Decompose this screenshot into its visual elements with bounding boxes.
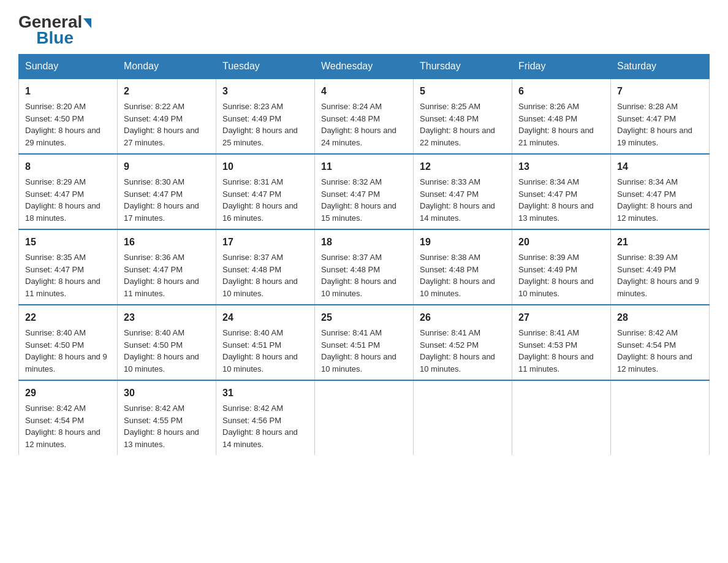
daylight-label: Daylight: 8 hours and 14 minutes. [420,201,495,223]
day-number: 27 [518,310,604,325]
day-number: 16 [124,235,210,250]
daylight-label: Daylight: 8 hours and 11 minutes. [25,277,100,298]
daylight-label: Daylight: 8 hours and 18 minutes. [25,201,100,223]
calendar-cell: 17Sunrise: 8:37 AMSunset: 4:48 PMDayligh… [216,229,315,305]
sunrise-label: Sunrise: 8:39 AM [518,253,579,262]
sunrise-label: Sunrise: 8:28 AM [617,102,678,111]
sunrise-label: Sunrise: 8:42 AM [25,404,86,413]
day-number: 24 [222,310,308,325]
calendar-cell: 20Sunrise: 8:39 AMSunset: 4:49 PMDayligh… [512,229,611,305]
sunset-label: Sunset: 4:54 PM [25,416,84,425]
calendar-cell: 28Sunrise: 8:42 AMSunset: 4:54 PMDayligh… [611,305,710,380]
daylight-label: Daylight: 8 hours and 10 minutes. [420,352,495,373]
sunset-label: Sunset: 4:48 PM [420,265,479,274]
sunrise-label: Sunrise: 8:41 AM [321,328,382,337]
daylight-label: Daylight: 8 hours and 29 minutes. [25,126,100,147]
daylight-label: Daylight: 8 hours and 12 minutes. [25,427,100,449]
calendar-cell: 23Sunrise: 8:40 AMSunset: 4:50 PMDayligh… [118,305,216,380]
day-number: 7 [617,84,703,99]
daylight-label: Daylight: 8 hours and 10 minutes. [222,352,298,373]
calendar-cell: 18Sunrise: 8:37 AMSunset: 4:48 PMDayligh… [315,229,414,305]
daylight-label: Daylight: 8 hours and 10 minutes. [420,277,495,298]
sunrise-label: Sunrise: 8:20 AM [25,102,86,111]
sunset-label: Sunset: 4:48 PM [222,265,281,274]
daylight-label: Daylight: 8 hours and 17 minutes. [124,201,199,223]
sunrise-label: Sunrise: 8:34 AM [617,177,678,186]
day-number: 5 [420,84,506,99]
daylight-label: Daylight: 8 hours and 25 minutes. [222,126,298,147]
sunrise-label: Sunrise: 8:40 AM [124,328,184,337]
sunrise-label: Sunrise: 8:37 AM [321,253,382,262]
calendar-cell [315,380,414,455]
header-sunday: Sunday [19,55,118,79]
header-monday: Monday [118,55,216,79]
daylight-label: Daylight: 8 hours and 12 minutes. [617,201,692,223]
calendar-cell: 10Sunrise: 8:31 AMSunset: 4:47 PMDayligh… [216,154,315,229]
daylight-label: Daylight: 8 hours and 10 minutes. [222,277,298,298]
sunset-label: Sunset: 4:47 PM [420,190,479,199]
daylight-label: Daylight: 8 hours and 12 minutes. [617,352,692,373]
daylight-label: Daylight: 8 hours and 11 minutes. [124,277,199,298]
calendar-cell: 22Sunrise: 8:40 AMSunset: 4:50 PMDayligh… [19,305,118,380]
sunset-label: Sunset: 4:51 PM [321,340,380,350]
sunset-label: Sunset: 4:51 PM [222,340,281,350]
day-number: 14 [617,159,703,174]
day-number: 12 [420,159,506,174]
calendar-cell: 14Sunrise: 8:34 AMSunset: 4:47 PMDayligh… [611,154,710,229]
day-number: 22 [25,310,111,325]
daylight-label: Daylight: 8 hours and 16 minutes. [222,201,298,223]
sunrise-label: Sunrise: 8:42 AM [617,328,678,337]
sunset-label: Sunset: 4:48 PM [420,114,479,123]
header-wednesday: Wednesday [315,55,414,79]
calendar-cell: 2Sunrise: 8:22 AMSunset: 4:49 PMDaylight… [118,79,216,154]
sunrise-label: Sunrise: 8:41 AM [518,328,579,337]
calendar-table: SundayMondayTuesdayWednesdayThursdayFrid… [18,54,710,455]
week-row-1: 1Sunrise: 8:20 AMSunset: 4:50 PMDaylight… [19,79,710,154]
daylight-label: Daylight: 8 hours and 9 minutes. [617,277,699,298]
day-number: 8 [25,159,111,174]
calendar-cell: 24Sunrise: 8:40 AMSunset: 4:51 PMDayligh… [216,305,315,380]
header-tuesday: Tuesday [216,55,315,79]
sunset-label: Sunset: 4:48 PM [321,114,380,123]
day-number: 28 [617,310,703,325]
sunrise-label: Sunrise: 8:37 AM [222,253,283,262]
daylight-label: Daylight: 8 hours and 15 minutes. [321,201,396,223]
daylight-label: Daylight: 8 hours and 24 minutes. [321,126,396,147]
daylight-label: Daylight: 8 hours and 11 minutes. [518,352,594,373]
day-number: 4 [321,84,407,99]
calendar-cell: 15Sunrise: 8:35 AMSunset: 4:47 PMDayligh… [19,229,118,305]
sunrise-label: Sunrise: 8:22 AM [124,102,184,111]
calendar-cell: 12Sunrise: 8:33 AMSunset: 4:47 PMDayligh… [414,154,512,229]
sunrise-label: Sunrise: 8:32 AM [321,177,382,186]
day-number: 11 [321,159,407,174]
sunrise-label: Sunrise: 8:40 AM [222,328,283,337]
calendar-cell: 31Sunrise: 8:42 AMSunset: 4:56 PMDayligh… [216,380,315,455]
calendar-cell: 9Sunrise: 8:30 AMSunset: 4:47 PMDaylight… [118,154,216,229]
day-number: 23 [124,310,210,325]
calendar-cell: 16Sunrise: 8:36 AMSunset: 4:47 PMDayligh… [118,229,216,305]
day-number: 10 [222,159,308,174]
sunrise-label: Sunrise: 8:26 AM [518,102,579,111]
sunset-label: Sunset: 4:47 PM [617,190,676,199]
sunset-label: Sunset: 4:49 PM [617,265,676,274]
week-row-4: 22Sunrise: 8:40 AMSunset: 4:50 PMDayligh… [19,305,710,380]
day-number: 6 [518,84,604,99]
sunset-label: Sunset: 4:56 PM [222,416,281,425]
daylight-label: Daylight: 8 hours and 10 minutes. [124,352,199,373]
sunset-label: Sunset: 4:47 PM [321,190,380,199]
sunrise-label: Sunrise: 8:29 AM [25,177,86,186]
day-number: 9 [124,159,210,174]
sunset-label: Sunset: 4:52 PM [420,340,479,350]
day-number: 19 [420,235,506,250]
sunrise-label: Sunrise: 8:31 AM [222,177,283,186]
logo-icon: General Blue [18,12,91,48]
calendar-cell: 8Sunrise: 8:29 AMSunset: 4:47 PMDaylight… [19,154,118,229]
sunrise-label: Sunrise: 8:35 AM [25,253,86,262]
sunrise-label: Sunrise: 8:24 AM [321,102,382,111]
daylight-label: Daylight: 8 hours and 19 minutes. [617,126,692,147]
calendar-cell: 19Sunrise: 8:38 AMSunset: 4:48 PMDayligh… [414,229,512,305]
sunrise-label: Sunrise: 8:39 AM [617,253,678,262]
daylight-label: Daylight: 8 hours and 9 minutes. [25,352,107,373]
sunset-label: Sunset: 4:50 PM [25,340,84,350]
sunset-label: Sunset: 4:47 PM [25,265,84,274]
